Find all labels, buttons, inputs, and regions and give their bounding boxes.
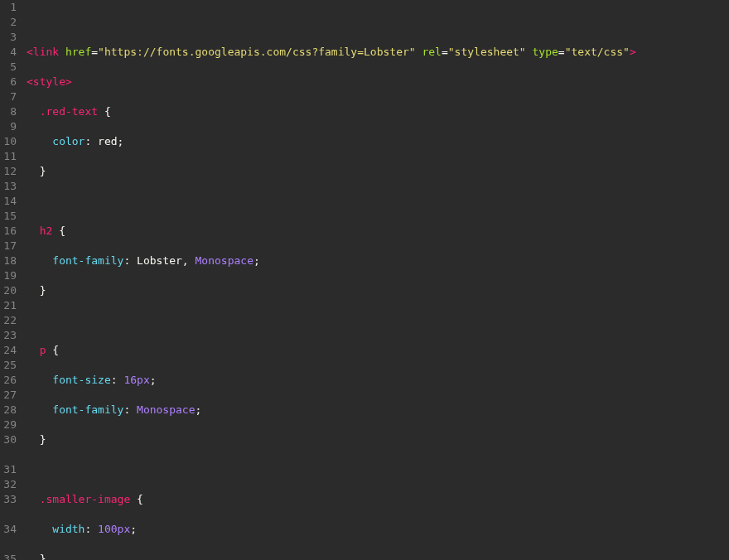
line-number: 2 — [0, 15, 17, 30]
code-line[interactable] — [27, 194, 724, 209]
code-line[interactable]: } — [27, 164, 724, 179]
line-number: 11 — [0, 149, 17, 164]
code-line[interactable]: } — [27, 552, 724, 560]
line-number: 17 — [0, 239, 17, 253]
line-number: 27 — [0, 388, 17, 403]
code-line[interactable]: .red-text { — [27, 104, 724, 119]
code-line[interactable]: .smaller-image { — [27, 492, 724, 507]
line-number: 10 — [0, 134, 17, 149]
line-number: 6 — [0, 75, 17, 89]
line-number: 8 — [0, 104, 17, 119]
line-number: 20 — [0, 283, 17, 298]
code-line[interactable]: } — [27, 283, 724, 298]
code-editor[interactable]: 1 2 3 4 5 6 7 8 9 10 11 12 13 14 15 16 1… — [0, 0, 729, 560]
code-line[interactable]: font-size: 16px; — [27, 373, 724, 388]
code-line[interactable] — [27, 462, 724, 477]
line-number: 35 — [0, 552, 17, 560]
line-number: 14 — [0, 194, 17, 209]
line-number: 31 — [0, 462, 17, 477]
line-number: 29 — [0, 418, 17, 432]
line-number: 7 — [0, 89, 17, 104]
line-number: 13 — [0, 179, 17, 194]
line-number: 28 — [0, 403, 17, 418]
line-number: 34 — [0, 522, 17, 552]
code-area[interactable]: <link href="https://fonts.googleapis.com… — [22, 0, 729, 560]
line-number: 24 — [0, 343, 17, 358]
code-line[interactable]: } — [27, 432, 724, 447]
line-number: 1 — [0, 0, 17, 15]
code-line[interactable]: h2 { — [27, 224, 724, 239]
code-line[interactable]: p { — [27, 343, 724, 358]
code-line[interactable] — [27, 313, 724, 328]
code-line[interactable]: width: 100px; — [27, 522, 724, 537]
line-number: 19 — [0, 268, 17, 283]
line-number: 21 — [0, 298, 17, 313]
code-line[interactable]: color: red; — [27, 134, 724, 149]
line-number: 23 — [0, 328, 17, 343]
line-number: 4 — [0, 45, 17, 60]
code-line[interactable]: font-family: Monospace; — [27, 403, 724, 418]
code-line[interactable]: <style> — [27, 75, 724, 89]
line-number: 30 — [0, 432, 17, 462]
line-number: 32 — [0, 477, 17, 492]
line-number: 22 — [0, 313, 17, 328]
line-number: 3 — [0, 30, 17, 45]
line-number: 5 — [0, 60, 17, 75]
code-line[interactable] — [27, 15, 724, 30]
line-number: 12 — [0, 164, 17, 179]
code-line[interactable]: font-family: Lobster, Monospace; — [27, 253, 724, 268]
line-number: 26 — [0, 373, 17, 388]
line-number: 25 — [0, 358, 17, 373]
line-number-gutter: 1 2 3 4 5 6 7 8 9 10 11 12 13 14 15 16 1… — [0, 0, 22, 560]
line-number: 9 — [0, 119, 17, 134]
line-number: 18 — [0, 253, 17, 268]
line-number: 16 — [0, 224, 17, 239]
line-number: 33 — [0, 492, 17, 522]
line-number: 15 — [0, 209, 17, 224]
code-line[interactable]: <link href="https://fonts.googleapis.com… — [27, 45, 724, 60]
